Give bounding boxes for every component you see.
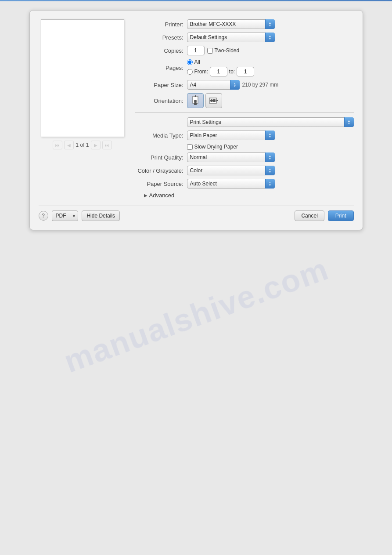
paper-source-field: Auto Select Manual Feed Tray 1 [187,179,354,189]
printer-select-wrapper: Brother MFC-XXXX [187,19,275,29]
page-indicator: 1 of 1 [76,142,89,148]
paper-size-select[interactable]: A4 Letter Legal [187,80,240,90]
pdf-button-wrapper: PDF ▼ [52,210,79,221]
landscape-icon [209,96,219,105]
prev-page-button[interactable]: ◀ [64,141,74,149]
pages-label: Pages: [135,65,183,71]
media-type-select[interactable]: Plain Paper Matte Glossy [187,131,275,140]
print-settings-section-select[interactable]: Print Settings [187,117,354,127]
presets-field: Default Settings [187,33,354,42]
page-background: ⏮ ◀ 1 of 1 ▶ ⏭ Printer: Brother MFC-XXXX [0,1,392,555]
paper-size-field: A4 Letter Legal 210 by 297 mm [187,80,354,90]
portrait-button[interactable] [187,93,204,108]
print-button[interactable]: Print [328,210,354,221]
color-grayscale-select[interactable]: Color Grayscale [187,166,275,175]
print-quality-select-wrapper: Normal Fine Draft [187,152,275,162]
from-pages-radio[interactable] [187,69,193,75]
paper-size-label: Paper Size: [135,82,183,88]
color-grayscale-field: Color Grayscale [187,166,354,175]
to-page-input[interactable] [237,67,254,76]
dialog-bottom-bar: ? PDF ▼ Hide Details Cancel Print [39,206,354,221]
paper-size-wrapper: A4 Letter Legal 210 by 297 mm [187,80,279,90]
paper-source-row: Paper Source: Auto Select Manual Feed Tr… [135,179,354,189]
svg-rect-4 [194,102,197,105]
two-sided-checkbox[interactable] [207,48,213,54]
all-pages-row: All [187,59,255,65]
slow-drying-label[interactable]: Slow Drying Paper [187,144,238,150]
media-type-field: Plain Paper Matte Glossy [187,131,354,140]
presets-label: Presets: [135,34,183,41]
preview-controls: ⏮ ◀ 1 of 1 ▶ ⏭ [53,141,111,149]
all-pages-radio[interactable] [187,59,193,65]
portrait-icon [191,95,200,106]
media-type-row: Media Type: Plain Paper Matte Glossy [135,131,354,140]
print-quality-select[interactable]: Normal Fine Draft [187,152,275,162]
help-button[interactable]: ? [39,211,48,221]
printer-row: Printer: Brother MFC-XXXX [135,19,354,29]
print-dialog: ⏮ ◀ 1 of 1 ▶ ⏭ Printer: Brother MFC-XXXX [29,10,363,230]
orientation-row: Orientation: [135,93,354,108]
paper-size-row: Paper Size: A4 Letter Legal [135,80,354,90]
pdf-button[interactable]: PDF [52,210,70,221]
presets-row: Presets: Default Settings [135,33,354,42]
color-grayscale-select-wrapper: Color Grayscale [187,166,275,175]
first-page-button[interactable]: ⏮ [53,141,62,149]
printer-field: Brother MFC-XXXX [187,19,354,29]
copies-row: Copies: Two-Sided [135,46,354,55]
pages-radio-group: All From: to: [187,59,255,76]
copies-label: Copies: [135,47,183,54]
orientation-buttons [187,93,222,108]
svg-rect-9 [213,99,216,102]
svg-marker-7 [216,100,218,102]
copies-field: Two-Sided [187,46,354,55]
media-type-select-wrapper: Plain Paper Matte Glossy [187,131,275,140]
two-sided-label[interactable]: Two-Sided [207,47,240,54]
pages-field: All From: to: [187,59,354,76]
advanced-label: Advanced [149,192,175,199]
color-grayscale-label: Color / Grayscale: [135,167,183,174]
orientation-field [187,93,354,108]
paper-dimensions: 210 by 297 mm [242,82,279,88]
pdf-dropdown-button[interactable]: ▼ [70,210,79,221]
presets-select[interactable]: Default Settings [187,33,275,42]
paper-source-select[interactable]: Auto Select Manual Feed Tray 1 [187,179,275,189]
print-quality-row: Print Quality: Normal Fine Draft [135,152,354,162]
print-settings-section-wrapper: Print Settings [187,117,354,127]
last-page-button[interactable]: ⏭ [102,141,112,149]
watermark: manualshive.com [59,250,333,380]
slow-drying-row: Slow Drying Paper [135,144,354,150]
print-settings-section-field: Print Settings [187,117,354,127]
slow-drying-checkbox[interactable] [187,144,193,150]
copies-input[interactable] [187,46,205,55]
paper-source-label: Paper Source: [135,181,183,187]
from-page-input[interactable] [210,67,227,76]
from-pages-row: From: to: [187,67,255,76]
settings-panel: Printer: Brother MFC-XXXX Presets: [135,19,354,199]
advanced-toggle-button[interactable]: ▶ [144,193,147,198]
svg-point-8 [210,99,213,102]
cancel-button[interactable]: Cancel [295,210,324,221]
separator-1 [135,112,354,113]
next-page-button[interactable]: ▶ [91,141,101,149]
orientation-label: Orientation: [135,98,183,104]
advanced-row: ▶ Advanced [135,192,354,199]
paper-source-select-wrapper: Auto Select Manual Feed Tray 1 [187,179,275,189]
preview-page [41,19,124,137]
dialog-content: ⏮ ◀ 1 of 1 ▶ ⏭ Printer: Brother MFC-XXXX [39,19,354,199]
printer-label: Printer: [135,21,183,28]
print-settings-header-row: Print Settings [135,117,354,127]
printer-select[interactable]: Brother MFC-XXXX [187,19,275,29]
media-type-label: Media Type: [135,132,183,139]
landscape-button[interactable] [205,93,222,108]
preview-panel: ⏮ ◀ 1 of 1 ▶ ⏭ [39,19,126,199]
hide-details-button[interactable]: Hide Details [82,210,120,221]
presets-select-wrapper: Default Settings [187,33,275,42]
print-quality-field: Normal Fine Draft [187,152,354,162]
pages-row: Pages: All From: to: [135,59,354,76]
svg-point-3 [194,100,197,102]
paper-size-select-wrapper: A4 Letter Legal [187,80,240,90]
print-quality-label: Print Quality: [135,154,183,161]
color-grayscale-row: Color / Grayscale: Color Grayscale [135,166,354,175]
